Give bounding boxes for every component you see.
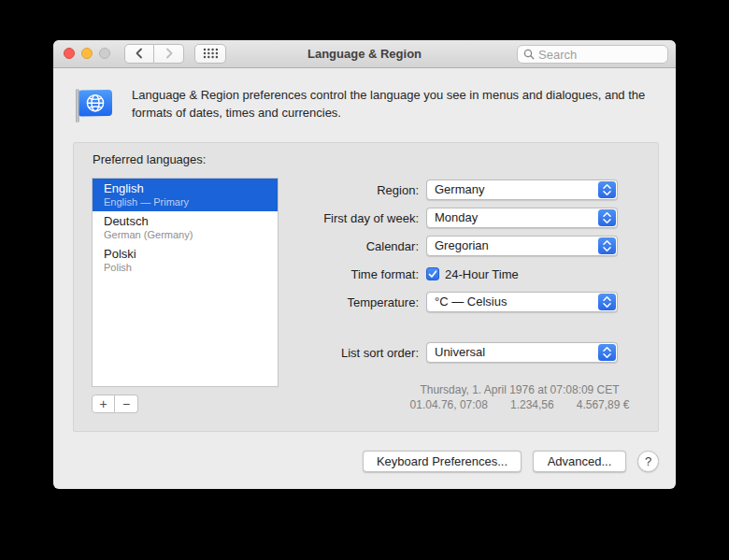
preferred-languages-label: Preferred languages: <box>93 152 206 166</box>
region-label: Region: <box>298 183 419 197</box>
calendar-select[interactable]: Gregorian <box>426 236 618 256</box>
24-hour-label[interactable]: 24-Hour Time <box>445 267 519 281</box>
search-icon <box>523 49 535 60</box>
region-select[interactable]: Germany <box>426 179 618 200</box>
first-day-select[interactable]: Monday <box>426 208 618 228</box>
language-list[interactable]: English English — Primary Deutsch German… <box>92 178 279 387</box>
add-language-button[interactable]: + <box>92 395 115 413</box>
titlebar[interactable]: Language & Region <box>53 40 676 68</box>
temperature-label: Temperature: <box>298 295 419 309</box>
stepper-icon <box>598 181 616 198</box>
chevron-left-icon <box>135 46 144 63</box>
settings-panel: Preferred languages: English English — P… <box>73 142 659 432</box>
region-settings-form: Region: Germany First day of week: Monda… <box>298 179 653 370</box>
advanced-button[interactable]: Advanced... <box>533 451 626 472</box>
format-preview: Thursday, 1. April 1976 at 07:08:09 CET … <box>361 382 676 412</box>
forward-button[interactable] <box>154 44 184 64</box>
calendar-row: Calendar: Gregorian <box>298 236 653 256</box>
minimize-button[interactable] <box>81 48 93 59</box>
first-day-label: First day of week: <box>298 211 419 225</box>
zoom-button <box>99 48 110 59</box>
preferences-description: Language & Region preferences control th… <box>132 86 676 122</box>
currency-preview: 4.567,89 € <box>577 397 630 412</box>
temperature-select[interactable]: °C — Celsius <box>426 292 618 312</box>
short-date-preview: 01.04.76, 07:08 <box>410 397 488 412</box>
language-region-window: Language & Region <box>53 40 676 489</box>
time-format-label: Time format: <box>298 267 419 281</box>
close-button[interactable] <box>64 48 75 59</box>
24-hour-checkbox[interactable] <box>426 267 439 280</box>
grid-icon <box>203 46 219 63</box>
language-row-deutsch[interactable]: Deutsch German (Germany) <box>93 211 278 244</box>
list-sort-select[interactable]: Universal <box>426 342 618 363</box>
checkmark-icon <box>427 268 438 280</box>
show-all-button[interactable] <box>194 44 226 64</box>
chevron-right-icon <box>164 46 174 63</box>
stepper-icon <box>598 344 616 361</box>
calendar-label: Calendar: <box>298 239 419 253</box>
stepper-icon <box>598 209 616 226</box>
list-sort-label: List sort order: <box>298 346 419 360</box>
temperature-row: Temperature: °C — Celsius <box>298 292 653 312</box>
nav-button-group <box>124 44 184 64</box>
list-sort-row: List sort order: Universal <box>298 342 653 363</box>
time-format-row: Time format: 24-Hour Time <box>298 264 653 284</box>
date-preview: Thursday, 1. April 1976 at 07:08:09 CET <box>361 382 676 397</box>
language-row-polski[interactable]: Polski Polish <box>93 244 278 277</box>
back-button[interactable] <box>124 44 154 64</box>
keyboard-preferences-button[interactable]: Keyboard Preferences... <box>363 451 522 472</box>
search-field[interactable] <box>517 45 668 64</box>
stepper-icon <box>598 294 616 310</box>
first-day-row: First day of week: Monday <box>298 208 653 228</box>
number-preview: 1.234,56 <box>510 397 554 412</box>
language-region-flag-icon <box>74 87 115 124</box>
remove-language-button[interactable]: − <box>115 395 138 413</box>
region-row: Region: Germany <box>298 179 653 200</box>
screen-background: Language & Region <box>0 0 729 560</box>
add-remove-group: + − <box>92 395 138 413</box>
stepper-icon <box>598 237 616 254</box>
help-button[interactable]: ? <box>637 451 659 472</box>
search-input[interactable] <box>538 48 655 62</box>
language-row-english[interactable]: English English — Primary <box>93 179 278 211</box>
